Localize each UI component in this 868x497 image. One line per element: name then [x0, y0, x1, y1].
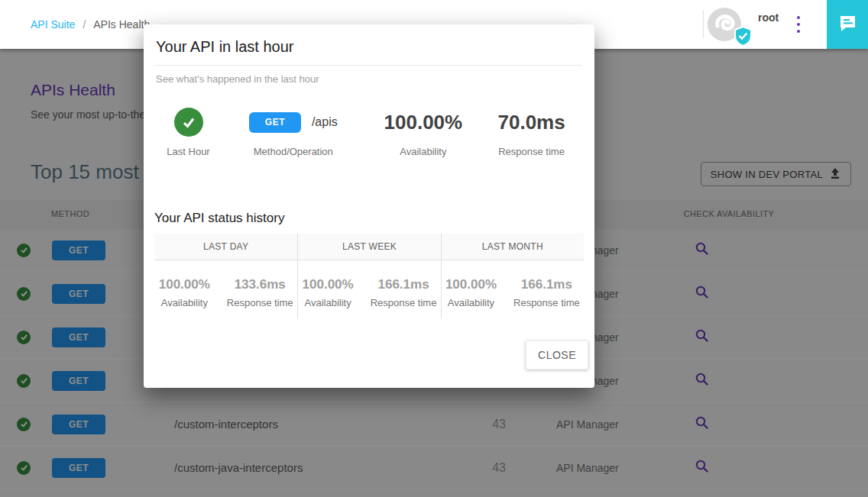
history-cell-last-month: 100.00%Availability 166.1msResponse time — [441, 260, 584, 319]
verified-shield-icon — [733, 25, 753, 47]
response-time-value: 70.0ms — [497, 111, 565, 134]
status-history-section: Your API status history LAST DAY LAST WE… — [144, 211, 594, 319]
response-time-label: Response time — [513, 297, 580, 308]
dialog-title-divider — [156, 65, 582, 66]
api-last-hour-dialog: Your API in last hour See what's happene… — [144, 24, 594, 388]
availability-value: 100.00% — [384, 111, 463, 134]
status-history-table: LAST DAY LAST WEEK LAST MONTH 100.00%Ava… — [154, 234, 584, 319]
method-badge: GET — [249, 112, 301, 133]
chat-button[interactable] — [827, 0, 868, 49]
stat-response-time: 70.0ms Response time — [481, 108, 582, 157]
last-hour-stats: Last Hour GET /apis Method/Operation 100… — [144, 108, 594, 157]
availability-label: Availability — [448, 297, 494, 308]
response-time-value: 166.1ms — [377, 277, 429, 292]
chat-icon — [838, 14, 857, 35]
user-name: root — [758, 11, 779, 24]
stat-last-hour: Last Hour — [156, 108, 221, 157]
dialog-header: Your API in last hour See what's happene… — [144, 24, 594, 85]
availability-label: Availability — [161, 297, 208, 308]
breadcrumb: API Suite / APIs Health — [31, 0, 150, 49]
dialog-actions: CLOSE — [150, 340, 588, 370]
status-history-title: Your API status history — [144, 211, 594, 226]
stat-availability: 100.00% Availability — [366, 108, 481, 157]
availability-label: Availability — [305, 297, 351, 308]
response-time-label: Response time — [498, 146, 565, 157]
response-time-label: Response time — [371, 297, 437, 308]
method-operation-label: Method/Operation — [254, 146, 333, 157]
history-header-last-month: LAST MONTH — [441, 234, 584, 260]
breadcrumb-separator: / — [83, 18, 86, 31]
breadcrumb-apis-health: APIs Health — [93, 18, 150, 31]
availability-value: 100.00% — [303, 277, 354, 292]
dialog-subtitle: See what's happened in the last hour — [156, 73, 582, 85]
topbar-divider — [703, 11, 704, 38]
close-button[interactable]: CLOSE — [526, 340, 588, 370]
stat-method-operation: GET /apis Method/Operation — [221, 108, 366, 157]
history-header-last-day: LAST DAY — [154, 234, 297, 260]
more-options-icon[interactable] — [795, 16, 802, 33]
history-cell-last-day: 100.00%Availability 133.6msResponse time — [154, 260, 297, 319]
history-cell-last-week: 100.00%Availability 166.1msResponse time — [297, 260, 440, 319]
history-header-last-week: LAST WEEK — [297, 234, 440, 260]
response-time-value: 166.1ms — [521, 277, 572, 292]
last-hour-label: Last Hour — [167, 146, 209, 157]
status-ok-icon — [174, 108, 203, 137]
availability-value: 100.00% — [445, 277, 497, 292]
response-time-label: Response time — [227, 297, 293, 308]
dialog-title: Your API in last hour — [156, 38, 582, 56]
screen: APIs Health See your most up-to-the- Top… — [0, 0, 868, 497]
response-time-value: 133.6ms — [235, 277, 286, 292]
availability-label: Availability — [400, 146, 446, 157]
availability-value: 100.00% — [159, 277, 210, 292]
breadcrumb-api-suite[interactable]: API Suite — [31, 18, 75, 31]
operation-path: /apis — [312, 115, 338, 129]
